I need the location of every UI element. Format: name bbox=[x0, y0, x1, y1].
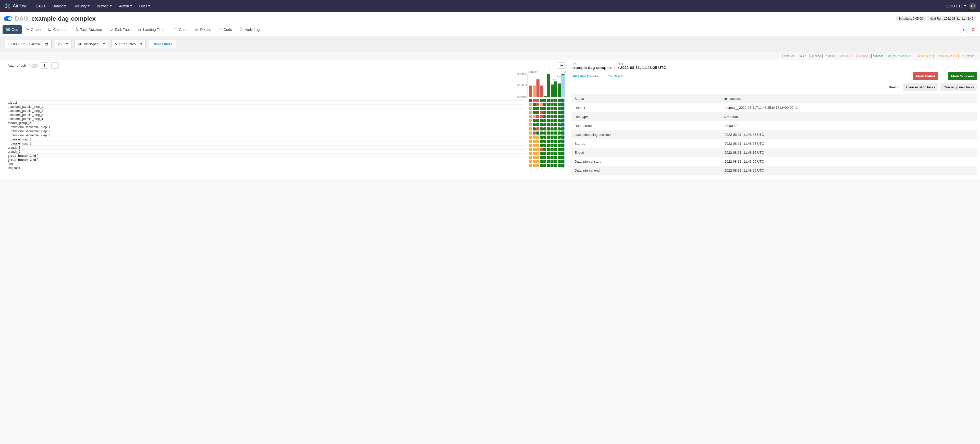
task-row-parallel_step_2[interactable]: parallel_step_2 bbox=[8, 141, 525, 145]
run-bar-7[interactable] bbox=[554, 81, 557, 97]
task-instance-cell[interactable] bbox=[543, 144, 546, 147]
task-instance-cell[interactable] bbox=[536, 135, 539, 138]
tab-dag-run-details[interactable]: DAG Run Details bbox=[571, 74, 598, 78]
panel-toggle-button[interactable] bbox=[558, 62, 565, 69]
task-instance-cell[interactable] bbox=[554, 164, 557, 167]
task-instance-cell[interactable] bbox=[554, 115, 557, 118]
task-instance-cell[interactable] bbox=[540, 156, 543, 159]
task-instance-cell[interactable] bbox=[540, 119, 543, 122]
nav-admin[interactable]: Admin bbox=[116, 2, 135, 10]
task-instance-cell[interactable] bbox=[550, 127, 554, 130]
task-instance-cell[interactable] bbox=[554, 152, 557, 155]
task-instance-cell[interactable] bbox=[533, 152, 536, 155]
task-instance-cell[interactable] bbox=[529, 111, 532, 114]
task-instance-cell[interactable] bbox=[547, 135, 550, 138]
task-instance-cell[interactable] bbox=[550, 135, 554, 138]
task-instance-cell[interactable] bbox=[561, 99, 564, 102]
task-instance-cell[interactable] bbox=[561, 115, 564, 118]
legend-scheduled[interactable]: scheduled bbox=[838, 54, 855, 58]
task-instance-cell[interactable] bbox=[533, 127, 536, 130]
task-instance-cell[interactable] bbox=[561, 111, 564, 114]
run-type-filter[interactable]: All Run Types bbox=[75, 40, 108, 48]
tab-code[interactable]: Code bbox=[215, 25, 235, 34]
task-instance-cell[interactable] bbox=[543, 127, 546, 130]
task-instance-cell[interactable] bbox=[554, 144, 557, 147]
task-instance-cell[interactable] bbox=[529, 148, 532, 151]
task-instance-cell[interactable] bbox=[533, 140, 536, 143]
task-row-extract[interactable]: extract bbox=[8, 100, 525, 104]
task-row-branch_1[interactable]: branch_1 bbox=[8, 145, 525, 150]
nav-datasets[interactable]: Datasets bbox=[49, 2, 69, 10]
task-instance-cell[interactable] bbox=[536, 148, 539, 151]
task-row-transform_parallel_step_3[interactable]: transform_parallel_step_3 bbox=[8, 113, 525, 117]
task-instance-cell[interactable] bbox=[561, 132, 564, 135]
task-instance-cell[interactable] bbox=[540, 103, 543, 106]
task-instance-cell[interactable] bbox=[540, 140, 543, 143]
legend-up_for_reschedule[interactable]: up_for_reschedule bbox=[886, 54, 913, 58]
task-instance-cell[interactable] bbox=[536, 160, 539, 163]
task-instance-cell[interactable] bbox=[554, 103, 557, 106]
task-instance-cell[interactable] bbox=[561, 107, 564, 110]
task-instance-cell[interactable] bbox=[561, 103, 564, 106]
task-instance-cell[interactable] bbox=[543, 152, 546, 155]
run-bar-2[interactable] bbox=[536, 80, 539, 97]
tab-graph[interactable]: Graph bbox=[608, 74, 623, 78]
task-instance-cell[interactable] bbox=[540, 115, 543, 118]
date-filter[interactable]: 31.08.2022, 11:48:26 bbox=[5, 40, 52, 48]
task-instance-cell[interactable] bbox=[547, 164, 550, 167]
user-avatar[interactable]: AU bbox=[969, 3, 976, 10]
task-instance-cell[interactable] bbox=[550, 140, 554, 143]
task-instance-cell[interactable] bbox=[550, 111, 554, 114]
task-instance-cell[interactable] bbox=[529, 152, 532, 155]
task-row-group_branch_1_id[interactable]: group_branch_1_id ˅ bbox=[8, 153, 525, 158]
task-instance-cell[interactable] bbox=[550, 123, 554, 126]
task-instance-cell[interactable] bbox=[554, 148, 557, 151]
task-instance-cell[interactable] bbox=[554, 111, 557, 114]
task-instance-cell[interactable] bbox=[536, 111, 539, 114]
task-instance-cell[interactable] bbox=[529, 164, 532, 167]
task-row-model_group_id[interactable]: model_group_id ˅ bbox=[8, 121, 525, 125]
task-instance-cell[interactable] bbox=[558, 164, 561, 167]
task-instance-cell[interactable] bbox=[554, 135, 557, 138]
task-instance-cell[interactable] bbox=[547, 160, 550, 163]
task-instance-cell[interactable] bbox=[533, 103, 536, 106]
task-instance-cell[interactable] bbox=[540, 123, 543, 126]
task-instance-cell[interactable] bbox=[547, 103, 550, 106]
task-instance-cell[interactable] bbox=[561, 135, 564, 138]
task-instance-cell[interactable] bbox=[558, 156, 561, 159]
task-row-end[interactable]: end bbox=[8, 162, 525, 166]
task-row-transform_sequential_step_3[interactable]: transform_sequential_step_3 bbox=[8, 133, 525, 137]
task-instance-cell[interactable] bbox=[554, 127, 557, 130]
task-instance-cell[interactable] bbox=[558, 148, 561, 151]
task-instance-cell[interactable] bbox=[529, 107, 532, 110]
task-instance-cell[interactable] bbox=[561, 164, 564, 167]
task-row-leaf_task[interactable]: leaf_task bbox=[8, 166, 525, 170]
task-instance-cell[interactable] bbox=[547, 119, 550, 122]
task-instance-cell[interactable] bbox=[558, 119, 561, 122]
task-instance-cell[interactable] bbox=[529, 115, 532, 118]
tab-gantt[interactable]: Gantt bbox=[170, 25, 191, 34]
legend-skipped[interactable]: skipped bbox=[856, 54, 870, 58]
task-instance-cell[interactable] bbox=[558, 160, 561, 163]
task-instance-cell[interactable] bbox=[543, 103, 546, 106]
task-instance-cell[interactable] bbox=[543, 160, 546, 163]
task-row-branch_2[interactable]: branch_2 bbox=[8, 150, 525, 153]
task-instance-cell[interactable] bbox=[540, 144, 543, 147]
clear-existing-button[interactable]: Clear existing tasks bbox=[903, 83, 938, 91]
mark-failed-button[interactable]: Mark Failed bbox=[913, 72, 938, 80]
task-instance-cell[interactable] bbox=[561, 140, 564, 143]
tab-task-tries[interactable]: Task Tries bbox=[106, 25, 134, 34]
legend-deferred[interactable]: deferred bbox=[782, 54, 796, 58]
run-bar-1[interactable] bbox=[533, 86, 536, 97]
nav-security[interactable]: Security bbox=[71, 2, 93, 10]
task-instance-cell[interactable] bbox=[536, 132, 539, 135]
utc-clock[interactable]: 11:49 UTC bbox=[943, 4, 969, 8]
task-row-group_branch_2_id[interactable]: group_branch_2_id ˅ bbox=[8, 158, 525, 162]
task-instance-cell[interactable] bbox=[543, 135, 546, 138]
task-instance-cell[interactable] bbox=[536, 140, 539, 143]
task-instance-cell[interactable] bbox=[554, 99, 557, 102]
task-instance-cell[interactable] bbox=[543, 115, 546, 118]
task-instance-cell[interactable] bbox=[558, 111, 561, 114]
tab-audit-log[interactable]: Audit Log bbox=[235, 25, 263, 34]
auto-refresh-toggle[interactable] bbox=[29, 64, 38, 68]
